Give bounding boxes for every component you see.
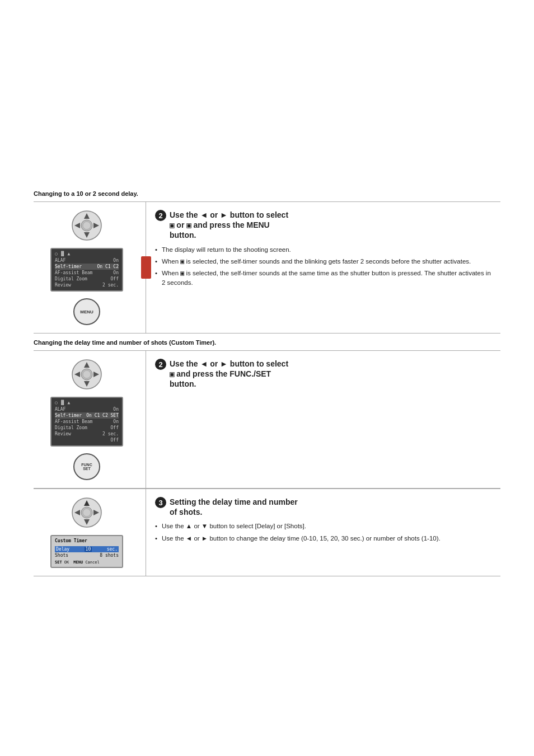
section-10or2sec: Changing to a 10 or 2 second delay. — [34, 190, 500, 334]
section1-lcd: ○▐▌▲ ALAFOn Self-timerOn C1 C2 AF-assist… — [50, 248, 123, 292]
dpad3-icon — [71, 497, 102, 528]
section1-step2-header: 2 Use the ◄ or ► button to select ▣ or ▣… — [155, 210, 495, 241]
section1-step2-row: ○▐▌▲ ALAFOn Self-timerOn C1 C2 AF-assist… — [34, 201, 500, 334]
section2-step3-left: Custom Timer Delay10sec. Shots8 shots SE… — [34, 489, 146, 576]
dpad2-icon — [71, 359, 102, 390]
dpad-icon — [71, 210, 102, 241]
section2-step2-title: Use the ◄ or ► button to select ▣ and pr… — [170, 359, 288, 389]
section2-step3-header: 3 Setting the delay time and numberof sh… — [155, 497, 495, 517]
page: Changing to a 10 or 2 second delay. — [0, 0, 534, 756]
lcd2-row-selftimer: Self-timerOn C1 C2 SET — [55, 412, 119, 419]
custom-timer-title: Custom Timer — [55, 538, 119, 543]
custom-timer-footer: SET OK MENU Cancel — [55, 560, 119, 565]
section2-step3-title: Setting the delay time and numberof shot… — [170, 497, 298, 517]
s2-step2-number: 2 — [155, 359, 166, 370]
section2-step3-body: Use the ▲ or ▼ button to select [Delay] … — [155, 522, 495, 543]
menu-button-label: MENU — [80, 309, 93, 314]
section2-step3-right: 3 Setting the delay time and numberof sh… — [146, 489, 500, 576]
bullet-1: The display will return to the shooting … — [155, 245, 495, 255]
bullet-2: When ▣ is selected, the self-timer sound… — [155, 257, 495, 266]
section1-step2-body: The display will return to the shooting … — [155, 245, 495, 288]
lcd-row-review: Review2 sec. — [55, 282, 119, 288]
section1-label: Changing to a 10 or 2 second delay. — [34, 190, 500, 197]
section2-lcd1: ○▐▌▲ ALAFOn Self-timerOn C1 C2 SET AF-as… — [50, 397, 123, 447]
section1-step2-title: Use the ◄ or ► button to select ▣ or ▣ a… — [170, 210, 288, 241]
lcd2-row-digitalzoom: Digital ZoomOff — [55, 425, 119, 431]
top-whitespace — [34, 22, 500, 190]
lcd2-icons-top: ○▐▌▲ — [55, 400, 119, 405]
set-label: SET — [83, 467, 91, 471]
lcd2-row-review: Review2 sec. — [55, 431, 119, 437]
custom-timer-lcd: Custom Timer Delay10sec. Shots8 shots SE… — [50, 535, 123, 568]
s3-bullet-1: Use the ▲ or ▼ button to select [Delay] … — [155, 522, 495, 531]
s3-bullet-2: Use the ◄ or ► button to change the dela… — [155, 534, 495, 543]
svg-point-20 — [83, 509, 91, 516]
lcd-icons-top: ○▐▌▲ — [55, 251, 119, 256]
custom-timer-shots-row: Shots8 shots — [55, 552, 119, 558]
section2-label: Changing the delay time and number of sh… — [34, 339, 500, 346]
lcd-row-alaf: ALAFOn — [55, 257, 119, 264]
lcd2-row-afbeam: AF-assist BeamOn — [55, 419, 119, 425]
lcd2-row-off: Off — [55, 437, 119, 443]
section1-left-col: ○▐▌▲ ALAFOn Self-timerOn C1 C2 AF-assist… — [34, 202, 146, 333]
bullet-3: When ▣ is selected, the self-timer sound… — [155, 269, 495, 288]
lcd-row-selftimer: Self-timerOn C1 C2 — [55, 264, 119, 270]
side-tab-red — [141, 256, 151, 279]
svg-point-13 — [83, 370, 91, 378]
svg-point-6 — [83, 222, 91, 229]
func-label: FUNC — [81, 463, 92, 467]
custom-timer-delay-row: Delay10sec. — [55, 546, 119, 552]
lcd-row-afbeam: AF-assist BeamOn — [55, 270, 119, 276]
lcd2-row-alaf: ALAFOn — [55, 406, 119, 412]
menu-button[interactable]: MENU — [73, 298, 100, 325]
section2-step2-row: ○▐▌▲ ALAFOn Self-timerOn C1 C2 SET AF-as… — [34, 350, 500, 489]
section2-step2-left: ○▐▌▲ ALAFOn Self-timerOn C1 C2 SET AF-as… — [34, 351, 146, 488]
lcd-row-digitalzoom: Digital ZoomOff — [55, 276, 119, 282]
s2-step3-number: 3 — [155, 497, 166, 508]
section2-step2-right: 2 Use the ◄ or ► button to select ▣ and … — [146, 351, 500, 488]
section2-step2-header: 2 Use the ◄ or ► button to select ▣ and … — [155, 359, 495, 389]
func-set-button[interactable]: FUNC SET — [73, 453, 100, 480]
section2-step3-row: Custom Timer Delay10sec. Shots8 shots SE… — [34, 489, 500, 576]
section1-right-col: 2 Use the ◄ or ► button to select ▣ or ▣… — [146, 202, 500, 333]
section-custom-timer: Changing the delay time and number of sh… — [34, 339, 500, 576]
step2-number: 2 — [155, 210, 166, 221]
